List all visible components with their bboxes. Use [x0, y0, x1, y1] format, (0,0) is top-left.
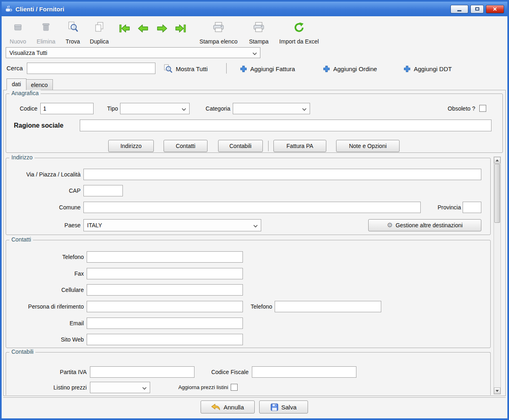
scroll-down-button[interactable] — [494, 387, 500, 394]
floppy-disk-icon — [271, 403, 278, 411]
add-order-label: Aggiungi Ordine — [333, 65, 377, 72]
paese-value: ITALY — [87, 222, 102, 228]
close-button[interactable]: ✕ — [486, 5, 504, 13]
plus-icon — [323, 65, 330, 72]
add-invoice-button[interactable]: Aggiungi Fattura — [240, 63, 295, 74]
new-icon — [13, 20, 23, 33]
section-button-contabili[interactable]: Contabili — [218, 140, 263, 152]
maximize-icon — [475, 7, 479, 11]
cap-input[interactable] — [83, 185, 123, 196]
printer-icon — [213, 20, 224, 33]
cellulare-label: Cellulare — [11, 284, 84, 296]
vertical-scrollbar[interactable] — [494, 157, 501, 394]
print-button-label: Stampa — [249, 38, 269, 45]
save-button-label: Salva — [281, 404, 297, 411]
minimize-button[interactable] — [450, 5, 468, 13]
section-fattura-pa-label: Fattura PA — [286, 143, 313, 149]
categoria-label: Categoria — [193, 103, 230, 114]
plus-icon — [240, 65, 247, 72]
first-record-button[interactable] — [119, 24, 131, 34]
gestione-destinazioni-label: Gestione altre destinazioni — [395, 222, 463, 228]
triangle-up-icon — [496, 159, 499, 161]
chevron-down-icon — [253, 222, 258, 229]
scroll-up-button[interactable] — [494, 157, 500, 163]
ragione-sociale-input[interactable] — [80, 120, 492, 131]
section-button-fattura-pa[interactable]: Fattura PA — [273, 140, 326, 152]
comune-label: Comune — [10, 202, 81, 213]
search-input[interactable] — [27, 63, 155, 74]
view-filter-value: Visualizza Tutti — [9, 50, 47, 56]
partita-iva-label: Partita IVA — [17, 366, 87, 378]
save-button[interactable]: Salva — [259, 400, 308, 413]
print-list-label: Stampa elenco — [199, 38, 237, 45]
printer-icon — [253, 20, 264, 33]
add-order-button[interactable]: Aggiungi Ordine — [323, 63, 377, 74]
section-button-indirizzo[interactable]: Indirizzo — [108, 140, 154, 152]
sito-web-input[interactable] — [87, 334, 243, 345]
chevron-down-icon — [181, 106, 186, 112]
duplicate-button[interactable]: Duplica — [86, 20, 112, 45]
chevron-down-icon — [302, 106, 307, 112]
previous-record-button[interactable] — [138, 24, 150, 34]
obsoleto-label: Obsoleto ? — [441, 103, 475, 114]
provincia-input[interactable] — [463, 202, 481, 213]
find-button[interactable]: Trova — [62, 20, 84, 45]
codice-fiscale-input[interactable] — [252, 366, 356, 378]
gear-icon: ⚙ — [387, 222, 393, 228]
tab-elenco[interactable]: elenco — [26, 79, 53, 90]
show-all-button[interactable]: Mostra Tutti — [164, 63, 208, 74]
via-label: Via / Piazza / Località — [10, 169, 81, 180]
section-button-note-opzioni[interactable]: Note e Opzioni — [336, 140, 400, 152]
listino-prezzi-select[interactable] — [90, 382, 150, 393]
next-record-button[interactable] — [156, 24, 168, 34]
print-list-button[interactable]: Stampa elenco — [193, 20, 244, 45]
anagrafica-legend: Anagrafica — [9, 90, 41, 96]
persona-telefono-input[interactable] — [275, 301, 381, 312]
trash-icon — [41, 20, 51, 33]
print-button[interactable]: Stampa — [247, 20, 271, 45]
cellulare-input[interactable] — [87, 284, 243, 296]
section-indirizzo-label: Indirizzo — [120, 143, 142, 149]
titlebar: Clienti / Fornitori ✕ — [2, 2, 507, 16]
tab-dati[interactable]: dati — [7, 78, 26, 90]
cancel-button[interactable]: Annulla — [201, 400, 255, 413]
contatti-legend: Contatti — [9, 236, 33, 243]
paese-label: Paese — [10, 219, 81, 231]
import-excel-label: Import da Excel — [279, 38, 319, 45]
import-excel-button[interactable]: Import da Excel — [273, 20, 325, 45]
maximize-button[interactable] — [470, 5, 484, 13]
categoria-select[interactable] — [233, 103, 310, 114]
fax-input[interactable] — [87, 268, 243, 279]
tipo-select[interactable] — [120, 103, 190, 114]
delete-button-label: Elimina — [37, 38, 55, 45]
view-filter-select[interactable]: Visualizza Tutti — [6, 47, 260, 58]
find-icon — [68, 20, 78, 33]
codice-input[interactable] — [40, 103, 94, 114]
add-ddt-button[interactable]: Aggiungi DDT — [404, 63, 452, 74]
email-input[interactable] — [87, 318, 243, 329]
comune-input[interactable] — [83, 202, 421, 213]
section-button-contatti[interactable]: Contatti — [164, 140, 208, 152]
separator — [226, 63, 227, 74]
gestione-destinazioni-button[interactable]: ⚙ Gestione altre destinazioni — [368, 219, 481, 231]
via-input[interactable] — [83, 169, 481, 180]
provincia-label: Provincia — [429, 202, 461, 213]
last-record-button[interactable] — [175, 24, 187, 34]
add-ddt-label: Aggiungi DDT — [414, 65, 452, 72]
contabili-group: Contabili Partita IVA Codice Fiscale Lis… — [6, 352, 491, 395]
magnifier-icon — [164, 64, 173, 73]
obsoleto-checkbox[interactable] — [479, 105, 486, 112]
search-label: Cerca — [7, 62, 23, 74]
aggiorna-prezzi-checkbox[interactable] — [231, 384, 238, 391]
chevron-down-icon — [142, 385, 147, 391]
new-button[interactable]: Nuovo — [6, 20, 30, 45]
partita-iva-input[interactable] — [90, 366, 194, 378]
find-button-label: Trova — [66, 38, 80, 45]
paese-select[interactable]: ITALY — [83, 219, 261, 231]
scrollbar-thumb[interactable] — [494, 164, 500, 223]
persona-riferimento-input[interactable] — [87, 301, 243, 312]
minimize-icon — [457, 10, 461, 11]
indirizzo-group: Indirizzo Via / Piazza / Località CAP Co… — [6, 158, 491, 235]
delete-button[interactable]: Elimina — [33, 20, 59, 45]
telefono-input[interactable] — [87, 251, 243, 263]
